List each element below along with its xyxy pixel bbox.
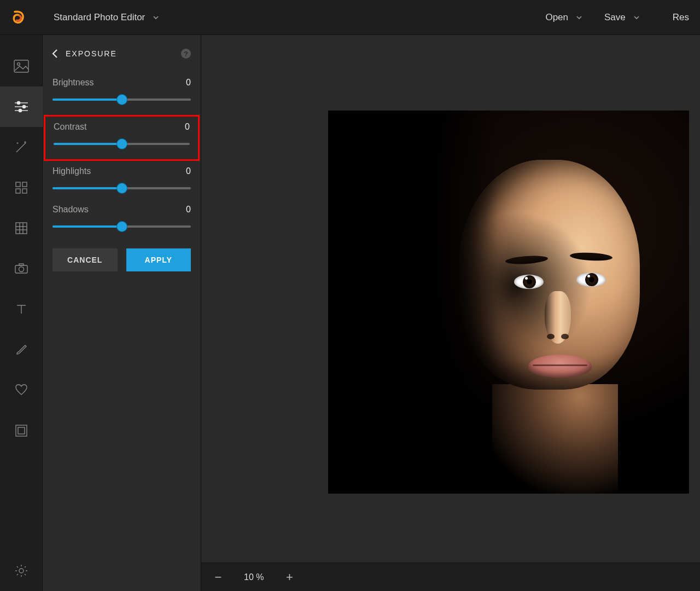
shadows-control: Shadows 0 bbox=[43, 201, 201, 240]
svg-rect-20 bbox=[16, 425, 27, 436]
svg-point-3 bbox=[17, 101, 20, 104]
svg-rect-11 bbox=[22, 189, 27, 193]
cancel-label: CANCEL bbox=[67, 256, 102, 264]
back-icon[interactable] bbox=[48, 47, 61, 60]
open-menu[interactable]: Open bbox=[545, 12, 582, 23]
rail-crop[interactable] bbox=[0, 208, 43, 248]
zoom-level: 10 % bbox=[244, 572, 264, 582]
panel-title: EXPOSURE bbox=[66, 49, 181, 58]
tool-rail bbox=[0, 35, 43, 591]
rail-brush[interactable] bbox=[0, 329, 43, 370]
rail-modules[interactable] bbox=[0, 167, 43, 208]
app-logo-icon bbox=[11, 10, 26, 25]
reset-button[interactable]: Res bbox=[673, 12, 689, 23]
svg-rect-19 bbox=[19, 264, 24, 265]
rail-magic[interactable] bbox=[0, 127, 43, 167]
rail-settings[interactable] bbox=[0, 551, 43, 591]
svg-point-5 bbox=[22, 105, 25, 108]
highlights-label: Highlights bbox=[52, 166, 91, 176]
shadows-slider[interactable] bbox=[52, 221, 191, 232]
open-label: Open bbox=[545, 12, 568, 23]
highlights-value: 0 bbox=[186, 166, 191, 176]
editor-mode-dropdown[interactable]: Standard Photo Editor bbox=[54, 12, 159, 23]
chevron-down-icon bbox=[633, 14, 640, 21]
save-label: Save bbox=[604, 12, 626, 23]
save-menu[interactable]: Save bbox=[604, 12, 640, 23]
apply-label: APPLY bbox=[145, 256, 172, 264]
highlights-control: Highlights 0 bbox=[43, 163, 201, 201]
reset-label: Res bbox=[673, 12, 689, 23]
zoom-bar: − 10 % + bbox=[201, 563, 700, 591]
rail-adjust[interactable] bbox=[0, 86, 43, 127]
chevron-down-icon bbox=[153, 14, 159, 21]
cancel-button[interactable]: CANCEL bbox=[52, 248, 118, 271]
contrast-control: Contrast 0 bbox=[44, 115, 200, 161]
zoom-out-button[interactable]: − bbox=[211, 570, 225, 584]
photo-preview bbox=[328, 111, 689, 494]
contrast-slider[interactable] bbox=[54, 138, 190, 149]
svg-point-18 bbox=[19, 267, 24, 272]
highlights-slider[interactable] bbox=[52, 183, 191, 194]
svg-rect-0 bbox=[14, 60, 28, 72]
exposure-panel: EXPOSURE ? Brightness 0 Contrast 0 Highl… bbox=[43, 35, 201, 591]
rail-favorite[interactable] bbox=[0, 370, 43, 410]
brightness-control: Brightness 0 bbox=[43, 74, 201, 113]
svg-rect-12 bbox=[16, 223, 27, 234]
svg-rect-21 bbox=[18, 427, 25, 434]
rail-image[interactable] bbox=[0, 46, 43, 86]
contrast-value: 0 bbox=[185, 122, 190, 132]
shadows-label: Shadows bbox=[52, 205, 89, 215]
rail-text[interactable] bbox=[0, 289, 43, 329]
editor-mode-label: Standard Photo Editor bbox=[54, 12, 145, 23]
brightness-slider[interactable] bbox=[52, 94, 191, 105]
svg-point-7 bbox=[19, 109, 21, 112]
help-icon[interactable]: ? bbox=[181, 49, 191, 59]
zoom-in-button[interactable]: + bbox=[282, 570, 296, 584]
svg-rect-8 bbox=[16, 182, 20, 187]
svg-rect-9 bbox=[22, 182, 27, 187]
brightness-value: 0 bbox=[186, 78, 191, 88]
apply-button[interactable]: APPLY bbox=[126, 248, 191, 271]
canvas-stage[interactable]: − 10 % + bbox=[201, 35, 700, 591]
svg-point-22 bbox=[19, 569, 24, 573]
shadows-value: 0 bbox=[186, 205, 191, 215]
svg-point-1 bbox=[17, 63, 20, 66]
contrast-label: Contrast bbox=[54, 122, 86, 132]
rail-frame[interactable] bbox=[0, 410, 43, 451]
svg-rect-10 bbox=[16, 189, 20, 193]
chevron-down-icon bbox=[576, 14, 582, 21]
rail-lens[interactable] bbox=[0, 248, 43, 289]
brightness-label: Brightness bbox=[52, 78, 94, 88]
top-bar: Standard Photo Editor Open Save Res bbox=[0, 0, 700, 35]
